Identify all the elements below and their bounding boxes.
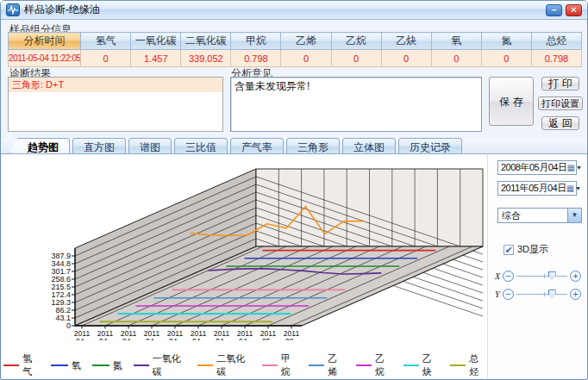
close-button[interactable]: ✕ xyxy=(566,4,582,16)
y-zoom-slider[interactable]: Y − + xyxy=(495,288,581,300)
legend-label: 氮 xyxy=(113,359,122,372)
trend-chart-3d: 387.9344.8301.7258.6215.5172.4129.386.24… xyxy=(3,154,488,351)
zoom-in-icon[interactable]: + xyxy=(570,271,581,282)
legend-label: 氧 xyxy=(72,359,81,372)
column-header-5[interactable]: 甲烷 xyxy=(231,33,281,50)
tab-三角形[interactable]: 三角形 xyxy=(286,138,340,153)
data-cell-7: 0 xyxy=(331,50,381,67)
chart-legend: 氢气氧氮一氧化碳二氧化碳甲烷乙烯乙烷乙炔总烃 xyxy=(3,352,486,378)
y-slider-label: Y xyxy=(495,290,503,299)
window-title: 样品诊断-绝缘油 xyxy=(24,3,100,17)
date-from-value: 2008年05月04日 xyxy=(501,161,566,174)
tab-产气率[interactable]: 产气率 xyxy=(230,138,284,153)
analysis-opinion-textbox[interactable]: 含量未发现异常! xyxy=(230,77,482,132)
legend-swatch xyxy=(450,364,466,366)
gas-select-combo[interactable]: 综合 ▼ xyxy=(497,208,582,223)
legend-swatch xyxy=(3,364,19,366)
legend-label: 总烃 xyxy=(469,352,486,378)
x-slider-thumb[interactable] xyxy=(548,271,556,281)
minimize-button[interactable]: – xyxy=(546,4,562,16)
save-button[interactable]: 保 存 xyxy=(489,77,534,126)
tab-历史记录[interactable]: 历史记录 xyxy=(398,138,462,153)
data-cell-9: 0 xyxy=(431,50,481,67)
column-header-4[interactable]: 二氧化碳 xyxy=(181,33,231,50)
title-bar: 样品诊断-绝缘油 – ✕ xyxy=(1,1,587,20)
x-zoom-slider[interactable]: X − + xyxy=(495,270,581,282)
data-cell-3: 1.457 xyxy=(131,50,181,67)
table-data-row: 2011-05-04 11:22:0501.457339.0520.798000… xyxy=(9,50,582,67)
data-cell-8: 0 xyxy=(381,50,431,67)
app-window: 样品诊断-绝缘油 – ✕ 样品组分信息 分析时间氢气一氧化碳二氧化碳甲烷乙烯乙烷… xyxy=(0,0,588,380)
legend-swatch xyxy=(262,364,278,366)
column-header-6[interactable]: 乙烯 xyxy=(281,33,331,50)
zoom-in-icon[interactable]: + xyxy=(570,289,581,300)
legend-item-二氧化碳: 二氧化碳 xyxy=(197,352,251,378)
legend-label: 一氧化碳 xyxy=(153,352,187,378)
column-header-8[interactable]: 乙炔 xyxy=(381,33,431,50)
tab-趋势图[interactable]: 趋势图 xyxy=(9,138,70,153)
legend-swatch xyxy=(92,364,109,366)
svg-text:0: 0 xyxy=(66,321,71,330)
date-to-value: 2011年05月04日 xyxy=(501,182,566,195)
chevron-down-icon[interactable]: ▼ xyxy=(575,185,581,191)
legend-swatch xyxy=(403,364,419,366)
display-3d-option[interactable]: ✔ 3D显示 xyxy=(504,243,548,256)
legend-swatch xyxy=(51,364,68,366)
data-cell-1: 2011-05-04 11:22:05 xyxy=(9,50,81,67)
legend-label: 甲烷 xyxy=(281,352,298,378)
legend-label: 乙烷 xyxy=(375,352,392,378)
zoom-out-icon[interactable]: − xyxy=(503,271,514,282)
combo-value: 综合 xyxy=(498,209,567,222)
zoom-out-icon[interactable]: − xyxy=(503,289,514,300)
legend-swatch xyxy=(134,364,149,366)
tab-谱图[interactable]: 谱图 xyxy=(128,138,172,153)
x-slider-label: X xyxy=(495,271,503,281)
combo-dropdown-button[interactable]: ▼ xyxy=(567,209,581,222)
chevron-down-icon[interactable]: ▼ xyxy=(576,165,582,171)
legend-item-乙烯: 乙烯 xyxy=(309,352,345,378)
legend-swatch xyxy=(356,364,372,366)
app-waveform-icon xyxy=(6,3,20,16)
table-header-row: 分析时间氢气一氧化碳二氧化碳甲烷乙烯乙烷乙炔氧氮总烃 xyxy=(9,33,582,50)
legend-item-乙炔: 乙炔 xyxy=(403,352,440,378)
data-cell-5: 0.798 xyxy=(231,50,281,67)
print-button[interactable]: 打 印 xyxy=(541,77,579,90)
data-cell-10: 0 xyxy=(481,50,531,67)
legend-label: 乙炔 xyxy=(422,352,440,378)
calendar-icon: ▦ xyxy=(566,184,574,193)
y-slider-thumb[interactable] xyxy=(548,290,556,299)
column-header-3[interactable]: 一氧化碳 xyxy=(131,33,181,50)
column-header-10[interactable]: 氮 xyxy=(481,33,531,50)
y-slider-track[interactable] xyxy=(516,294,567,295)
legend-swatch xyxy=(309,364,324,366)
data-cell-4: 339.052 xyxy=(181,50,231,67)
diagnosis-result-item[interactable]: 三角形: D+T xyxy=(9,78,222,92)
column-header-2[interactable]: 氢气 xyxy=(81,33,131,50)
print-setup-button[interactable]: 打印设置 xyxy=(538,97,583,110)
tab-立体图[interactable]: 立体图 xyxy=(342,138,396,153)
x-slider-track[interactable] xyxy=(516,276,567,277)
legend-label: 二氧化碳 xyxy=(216,352,251,378)
sample-component-table: 分析时间氢气一氧化碳二氧化碳甲烷乙烯乙烷乙炔氧氮总烃 2011-05-04 11… xyxy=(8,32,582,67)
chart-side-panel: 2008年05月04日 ▦ ▼ 2011年05月04日 ▦ ▼ 综合 ▼ ✔ 3… xyxy=(487,154,586,378)
legend-swatch xyxy=(197,364,213,366)
column-header-9[interactable]: 氧 xyxy=(431,33,481,50)
tab-直方图[interactable]: 直方图 xyxy=(72,138,126,153)
legend-item-乙烷: 乙烷 xyxy=(356,352,392,378)
tab-strip: 趋势图直方图谱图三比值产气率三角形立体图历史记录 xyxy=(1,138,587,154)
column-header-1[interactable]: 分析时间 xyxy=(9,33,81,50)
checkbox-3d-label: 3D显示 xyxy=(517,243,548,256)
checkbox-3d[interactable]: ✔ xyxy=(504,245,514,255)
column-header-11[interactable]: 总烃 xyxy=(531,33,581,50)
legend-item-氢气: 氢气 xyxy=(3,352,40,378)
column-header-7[interactable]: 乙烷 xyxy=(331,33,381,50)
tab-三比值[interactable]: 三比值 xyxy=(174,138,228,153)
diagnosis-result-list[interactable]: 三角形: D+T xyxy=(8,77,223,132)
back-button[interactable]: 返 回 xyxy=(541,116,579,130)
date-to-picker[interactable]: 2011年05月04日 ▦ ▼ xyxy=(497,181,577,196)
legend-item-一氧化碳: 一氧化碳 xyxy=(134,352,187,378)
calendar-icon: ▦ xyxy=(566,164,574,172)
date-from-picker[interactable]: 2008年05月04日 ▦ ▼ xyxy=(497,160,577,175)
data-cell-2: 0 xyxy=(81,50,131,67)
chart-panel: 387.9344.8301.7258.6215.5172.4129.386.24… xyxy=(2,154,586,378)
